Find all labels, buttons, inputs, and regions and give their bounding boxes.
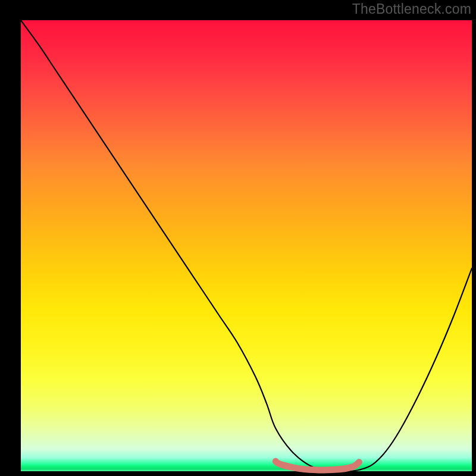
chart-svg [21, 20, 472, 471]
curve-highlight [275, 461, 359, 470]
watermark-label: TheBottleneck.com [352, 1, 471, 17]
chart-frame: TheBottleneck.com [0, 0, 476, 476]
curve-main [21, 20, 472, 471]
